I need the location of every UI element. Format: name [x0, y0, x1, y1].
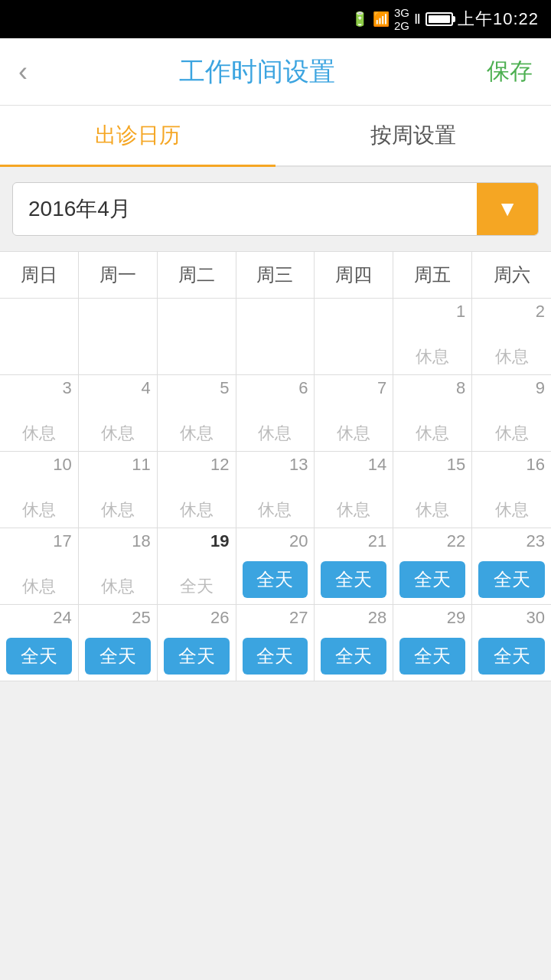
- day-status-button[interactable]: 全天: [478, 561, 545, 598]
- table-row: [0, 299, 79, 375]
- table-row: [79, 299, 158, 375]
- day-number: 14: [368, 456, 386, 473]
- day-status-button[interactable]: 全天: [243, 638, 308, 675]
- table-row[interactable]: 19全天: [158, 528, 236, 605]
- day-status-button[interactable]: 全天: [321, 638, 386, 675]
- day-status-label: 休息: [22, 422, 56, 445]
- day-status-button[interactable]: 全天: [399, 638, 465, 675]
- table-row[interactable]: 3休息: [0, 375, 79, 452]
- dow-mon: 周一: [79, 252, 158, 298]
- table-row[interactable]: 26全天: [158, 605, 236, 681]
- table-row[interactable]: 23全天: [472, 528, 551, 605]
- day-status-button[interactable]: 全天: [85, 638, 151, 675]
- table-row[interactable]: 21全天: [315, 528, 393, 605]
- day-status-label: 休息: [416, 345, 449, 368]
- table-row[interactable]: 8休息: [393, 375, 472, 452]
- day-number: 16: [527, 456, 545, 473]
- day-number: 22: [447, 533, 465, 550]
- dow-sun: 周日: [0, 252, 79, 298]
- day-number: 19: [210, 533, 229, 550]
- table-row[interactable]: 6休息: [236, 375, 315, 452]
- table-row[interactable]: 27全天: [236, 605, 315, 681]
- day-number: 29: [447, 609, 465, 626]
- day-number: 26: [210, 609, 229, 626]
- table-row[interactable]: 13休息: [236, 452, 315, 528]
- table-row[interactable]: 11休息: [79, 452, 158, 528]
- table-row[interactable]: 15休息: [393, 452, 472, 528]
- day-status-label: 休息: [495, 498, 529, 521]
- day-status-label: 休息: [337, 498, 370, 521]
- table-row[interactable]: 17休息: [0, 528, 79, 605]
- table-row[interactable]: 10休息: [0, 452, 79, 528]
- day-status-label: 休息: [180, 422, 214, 445]
- day-number: 24: [53, 609, 71, 626]
- save-button[interactable]: 保存: [487, 56, 533, 87]
- status-time: 上午10:22: [458, 8, 539, 31]
- day-number: 28: [368, 609, 386, 626]
- table-row[interactable]: 2休息: [472, 299, 551, 375]
- battery-icon: [425, 12, 453, 26]
- table-row[interactable]: 4休息: [79, 375, 158, 452]
- table-row[interactable]: 25全天: [79, 605, 158, 681]
- day-status-label: 休息: [495, 345, 529, 368]
- table-row[interactable]: 14休息: [315, 452, 393, 528]
- day-status-label: 休息: [337, 422, 370, 445]
- signal-icon: 3G2G: [394, 6, 409, 32]
- table-row[interactable]: 12休息: [158, 452, 236, 528]
- day-status-label: 休息: [416, 422, 449, 445]
- table-row[interactable]: 30全天: [472, 605, 551, 681]
- day-number: 8: [456, 380, 465, 397]
- month-input[interactable]: 2016年4月 ▼: [12, 182, 539, 236]
- month-dropdown-button[interactable]: ▼: [477, 183, 538, 235]
- table-row: [236, 299, 315, 375]
- dow-sat: 周六: [472, 252, 551, 298]
- day-number: 9: [536, 380, 545, 397]
- table-row[interactable]: 1休息: [393, 299, 472, 375]
- day-number: 27: [289, 609, 308, 626]
- tab-weekly[interactable]: 按周设置: [276, 106, 551, 165]
- table-row[interactable]: 9休息: [472, 375, 551, 452]
- day-status-button[interactable]: 全天: [399, 561, 465, 598]
- day-status-label: 休息: [101, 498, 135, 521]
- table-row[interactable]: 20全天: [236, 528, 315, 605]
- day-status-button[interactable]: 全天: [321, 561, 386, 598]
- bottom-area: [0, 681, 551, 911]
- back-button[interactable]: ‹: [18, 56, 28, 88]
- day-number: 10: [53, 456, 71, 473]
- day-status-button[interactable]: 全天: [243, 561, 308, 598]
- header: ‹ 工作时间设置 保存: [0, 38, 551, 106]
- table-row[interactable]: 7休息: [315, 375, 393, 452]
- day-number: 6: [298, 380, 308, 397]
- table-row[interactable]: 29全天: [393, 605, 472, 681]
- dow-thu: 周四: [315, 252, 393, 298]
- table-row: [158, 299, 236, 375]
- days-of-week-header: 周日 周一 周二 周三 周四 周五 周六: [0, 252, 551, 299]
- tab-calendar[interactable]: 出诊日历: [0, 106, 276, 165]
- month-selector-wrap: 2016年4月 ▼: [0, 167, 551, 251]
- day-number: 2: [536, 303, 545, 320]
- day-number: 25: [132, 609, 150, 626]
- table-row[interactable]: 5休息: [158, 375, 236, 452]
- day-number: 12: [210, 456, 229, 473]
- day-status-label: 休息: [22, 498, 56, 521]
- page-title: 工作时间设置: [179, 54, 335, 90]
- table-row: [315, 299, 393, 375]
- table-row[interactable]: 18休息: [79, 528, 158, 605]
- day-status-label: 休息: [101, 575, 135, 598]
- day-number: 20: [289, 533, 308, 550]
- day-number: 21: [368, 533, 386, 550]
- day-status-label: 全天: [180, 575, 214, 598]
- table-row[interactable]: 16休息: [472, 452, 551, 528]
- signal-bars: Ⅱ: [414, 11, 421, 28]
- tabs-bar: 出诊日历 按周设置: [0, 106, 551, 167]
- vibrate-icon: 🔋: [351, 11, 368, 28]
- day-status-button[interactable]: 全天: [164, 638, 230, 675]
- day-number: 7: [377, 380, 386, 397]
- table-row[interactable]: 22全天: [393, 528, 472, 605]
- day-status-button[interactable]: 全天: [6, 638, 72, 675]
- day-status-label: 休息: [101, 422, 135, 445]
- day-status-button[interactable]: 全天: [478, 638, 545, 675]
- table-row[interactable]: 28全天: [315, 605, 393, 681]
- table-row[interactable]: 24全天: [0, 605, 79, 681]
- status-bar: 🔋 📶 3G2G Ⅱ 上午10:22: [0, 0, 551, 38]
